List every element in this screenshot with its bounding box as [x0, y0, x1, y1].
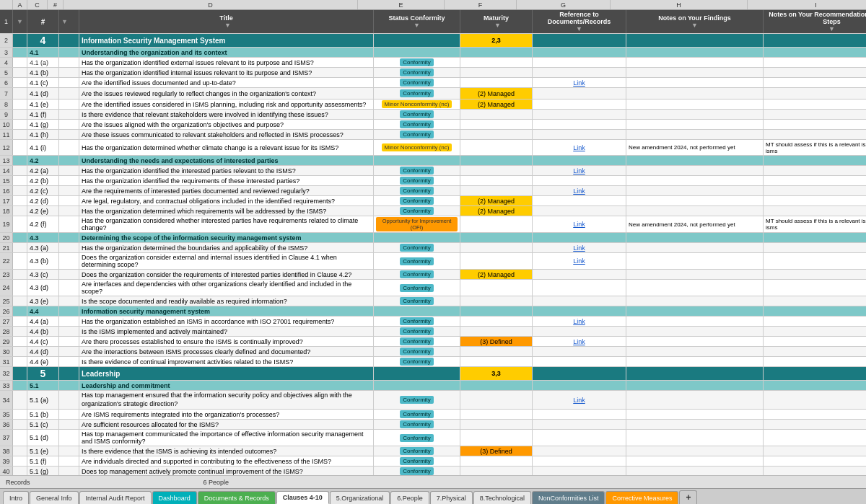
item-notes[interactable]	[626, 110, 764, 119]
cell-a1[interactable]: ▼	[13, 10, 27, 33]
item-link[interactable]	[533, 130, 626, 139]
item-recommend[interactable]	[764, 347, 866, 356]
item-recommend[interactable]	[764, 391, 866, 409]
item-notes[interactable]	[626, 166, 764, 175]
item-link[interactable]	[533, 196, 626, 205]
item-notes[interactable]	[626, 58, 764, 67]
notes-findings-filter-icon[interactable]: ▼	[691, 22, 698, 29]
item-notes[interactable]	[626, 100, 764, 109]
item-notes[interactable]	[626, 253, 764, 269]
item-recommend[interactable]	[764, 100, 866, 109]
item-recommend[interactable]	[764, 456, 866, 466]
item-notes[interactable]	[626, 327, 764, 336]
item-recommend[interactable]	[764, 166, 866, 175]
item-recommend[interactable]	[764, 327, 866, 336]
item-link[interactable]	[533, 110, 626, 119]
item-link[interactable]	[533, 280, 626, 296]
item-recommend[interactable]	[764, 270, 866, 279]
tab-nonconformities-list[interactable]: NonConformities List	[532, 491, 605, 504]
item-recommend[interactable]	[764, 58, 866, 67]
item-notes[interactable]	[626, 296, 764, 306]
col-e-header[interactable]: E	[358, 0, 445, 9]
notes-recommend-filter-icon[interactable]: ▼	[828, 25, 835, 32]
item-notes[interactable]	[626, 270, 764, 279]
item-link[interactable]: Link	[533, 216, 626, 232]
item-notes[interactable]	[626, 347, 764, 356]
item-link[interactable]: Link	[533, 140, 626, 155]
item-recommend[interactable]	[764, 337, 866, 346]
item-notes[interactable]: New amendment 2024, not performed yet	[626, 216, 764, 232]
item-notes[interactable]	[626, 410, 764, 419]
status-filter-icon[interactable]: ▼	[414, 22, 420, 29]
col-f-header[interactable]: F	[445, 0, 517, 9]
item-notes[interactable]	[626, 176, 764, 185]
item-notes[interactable]	[626, 68, 764, 77]
tab-6-people[interactable]: 6.People	[390, 491, 429, 504]
item-notes[interactable]	[626, 420, 764, 429]
item-link[interactable]	[533, 446, 626, 456]
item-recommend[interactable]	[764, 88, 866, 99]
item-link[interactable]: Link	[533, 243, 626, 252]
tab-add[interactable]: +	[679, 490, 697, 504]
item-link[interactable]	[533, 58, 626, 67]
item-recommend[interactable]	[764, 446, 866, 456]
item-recommend[interactable]	[764, 206, 866, 216]
item-link[interactable]	[533, 420, 626, 429]
item-notes[interactable]	[626, 317, 764, 326]
item-link[interactable]	[533, 430, 626, 446]
item-link[interactable]	[533, 100, 626, 109]
item-link[interactable]	[533, 68, 626, 77]
item-notes[interactable]	[626, 120, 764, 129]
item-recommend[interactable]	[764, 68, 866, 77]
title-filter-icon[interactable]: ▼	[224, 22, 231, 29]
item-link[interactable]	[533, 467, 626, 475]
item-notes[interactable]	[626, 456, 764, 466]
col-i-header[interactable]: I	[748, 0, 866, 9]
item-link[interactable]	[533, 270, 626, 279]
tab-8-technological[interactable]: 8.Technological	[473, 491, 531, 504]
item-notes[interactable]	[626, 337, 764, 346]
item-recommend[interactable]	[764, 186, 866, 195]
item-recommend[interactable]	[764, 78, 866, 87]
item-recommend[interactable]	[764, 243, 866, 252]
item-notes[interactable]	[626, 88, 764, 99]
item-recommend[interactable]	[764, 420, 866, 429]
tab-internal-audit-report[interactable]: Internal Audit Report	[79, 491, 152, 504]
item-notes[interactable]	[626, 196, 764, 205]
item-recommend[interactable]: MT should assess if this is a relevant i…	[764, 140, 866, 155]
item-link[interactable]	[533, 120, 626, 129]
item-notes[interactable]: New amendment 2024, not performed yet	[626, 140, 764, 155]
item-link[interactable]	[533, 456, 626, 466]
item-notes[interactable]	[626, 206, 764, 216]
item-link[interactable]	[533, 296, 626, 306]
item-recommend[interactable]	[764, 357, 866, 366]
item-notes[interactable]	[626, 280, 764, 296]
item-recommend[interactable]	[764, 176, 866, 185]
tab-clauses-4-10[interactable]: Clauses 4-10	[276, 491, 329, 504]
item-link[interactable]	[533, 206, 626, 216]
col-g-header[interactable]: G	[517, 0, 611, 9]
filter-icon-c1[interactable]: ▼	[61, 18, 68, 25]
item-notes[interactable]	[626, 130, 764, 139]
item-recommend[interactable]	[764, 120, 866, 129]
item-link[interactable]: Link	[533, 78, 626, 87]
item-notes[interactable]	[626, 357, 764, 366]
tab-corrective-measures[interactable]: Corrective Measures	[605, 491, 678, 504]
item-link[interactable]	[533, 357, 626, 366]
item-recommend[interactable]	[764, 253, 866, 269]
item-recommend[interactable]	[764, 467, 866, 475]
item-notes[interactable]	[626, 186, 764, 195]
tab-7-physical[interactable]: 7.Physical	[430, 491, 473, 504]
col-h-header[interactable]: H	[611, 0, 748, 9]
item-recommend[interactable]	[764, 296, 866, 306]
item-notes[interactable]	[626, 430, 764, 446]
item-recommend[interactable]: MT should assess if this is a relevant i…	[764, 216, 866, 232]
tab-documents-records[interactable]: Documents & Records	[198, 491, 276, 504]
tab-dashboard[interactable]: Dashboard	[152, 491, 197, 504]
tab-general-info[interactable]: General Info	[30, 491, 79, 504]
maturity-filter-icon[interactable]: ▼	[494, 22, 501, 29]
col-d-header[interactable]: D	[64, 0, 358, 9]
tab-5-organizational[interactable]: 5.Organizational	[330, 491, 390, 504]
item-link[interactable]: Link	[533, 253, 626, 269]
item-notes[interactable]	[626, 243, 764, 252]
